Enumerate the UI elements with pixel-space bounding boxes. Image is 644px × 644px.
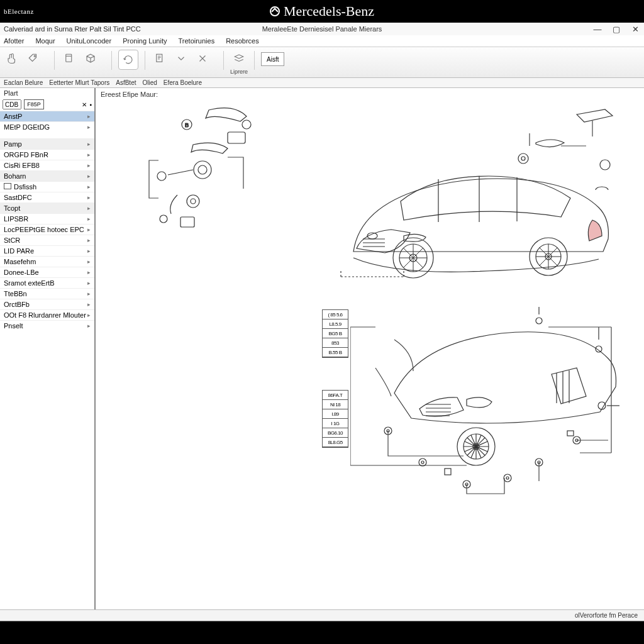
sidebar-item[interactable]: OrctBFb▸ — [0, 299, 94, 309]
tool-dropdown-icon[interactable] — [173, 50, 189, 67]
part-label-cell: 86FA.T — [323, 391, 348, 400]
sidebar-item[interactable]: CisRi EFB8▸ — [0, 160, 94, 170]
tool-hand-icon[interactable] — [4, 50, 20, 67]
titlebar: Calveriad ard in Surna Rter Palt Sil Tin… — [0, 23, 644, 35]
sidebar-search-go-icon[interactable]: ▪ — [89, 101, 92, 108]
sidebar-item[interactable]: SastDFC▸ — [0, 192, 94, 203]
sidebar-item[interactable]: Tcopt▸ — [0, 203, 94, 213]
part-label-cell: BG5 B — [323, 329, 348, 338]
chevron-right-icon: ▸ — [87, 226, 91, 233]
menu-item[interactable]: Proning Lunity — [123, 37, 167, 45]
tool-text-button[interactable]: Aisft — [261, 52, 284, 66]
brand-banner: bElectanz Mercedels-Benz — [0, 0, 644, 23]
sidebar-item[interactable]: AnstP▸ — [0, 111, 94, 121]
part-label-cell: I.89 — [323, 409, 348, 419]
svg-text:B: B — [185, 122, 189, 128]
sidebar-item-label: CisRi EFB8 — [4, 162, 40, 169]
sidebar-item[interactable]: ORGFD FBnR▸ — [0, 149, 94, 160]
sidebar-item[interactable]: Donee-LBe▸ — [0, 267, 94, 277]
sidebar-item-label: Pamp — [4, 140, 22, 148]
chevron-right-icon: ▸ — [87, 184, 91, 190]
window-minimize-button[interactable]: — — [592, 25, 602, 34]
tool-page-icon[interactable] — [152, 50, 168, 67]
part-label-cell: 853 — [323, 338, 348, 348]
tool-doc-icon[interactable] — [61, 50, 77, 67]
sidebar-item[interactable]: MEtP DGEtDG▸ — [0, 121, 94, 132]
svg-point-0 — [34, 55, 35, 57]
part-label-cell: 8L8.G5 — [323, 438, 348, 447]
menubar[interactable]: Afotter Moqur UnituLoncoder Proning Luni… — [0, 35, 644, 47]
diagram-title: Ereest Efipe Maur: — [101, 91, 158, 98]
chevron-right-icon: ▸ — [87, 113, 91, 119]
part-label-column-bottom: 86FA.TNl 18I.89I 1GBG6.108L8.G5 — [322, 390, 348, 448]
sidebar-item[interactable]: LID PARe▸ — [0, 245, 94, 256]
tool-layers[interactable]: Liprere — [230, 50, 248, 75]
schematic-small-parts: B — [133, 101, 253, 234]
sidebar-item-label: Dsfissh — [14, 183, 36, 191]
bottom-banner — [0, 621, 644, 644]
status-text: olVerorforte fm Perace — [575, 612, 638, 619]
window-maximize-button[interactable]: ▢ — [611, 25, 621, 34]
tool-refresh-icon[interactable] — [118, 50, 138, 70]
chevron-right-icon: ▸ — [87, 312, 91, 318]
menu-item[interactable]: Tretoirunies — [178, 37, 214, 45]
sidebar-item-label: Donee-LBe — [4, 269, 39, 276]
svg-point-31 — [421, 461, 424, 464]
menu-item[interactable]: Moqur — [35, 37, 55, 45]
sidebar-item-label: Pnselt — [4, 322, 23, 330]
sidebar-header: Plart — [0, 88, 94, 98]
sidebar-item[interactable]: StCR▸ — [0, 235, 94, 245]
sidebar-item[interactable]: LIPSBR▸ — [0, 213, 94, 224]
part-label-cell: L8.5.9 — [323, 319, 348, 329]
sidebar-item-label: StCR — [4, 236, 20, 244]
menu-item[interactable]: UnituLoncoder — [67, 37, 112, 45]
chevron-right-icon: ▸ — [87, 216, 91, 222]
svg-point-9 — [157, 172, 166, 180]
sidebar-item[interactable]: Pamp▸ — [0, 138, 94, 149]
banner-left-label: bElectanz — [4, 8, 34, 15]
sidebar-item[interactable]: Pnselt▸ — [0, 320, 94, 331]
toolbar-caption: Eaclan Belure — [4, 79, 43, 86]
statusbar: olVerorforte fm Perace — [0, 609, 644, 621]
sidebar-item-label: SastDFC — [4, 194, 32, 201]
window-close-button[interactable]: ✕ — [630, 25, 640, 34]
tool-delete-icon[interactable] — [194, 50, 211, 67]
sidebar-search-clear-icon[interactable]: ✕ — [82, 101, 87, 108]
diagram-canvas[interactable]: Ereest Efipe Maur: B — [96, 88, 644, 609]
tool-cube-icon[interactable] — [82, 50, 99, 67]
sidebar-item-label: Masefehm — [4, 258, 36, 265]
sidebar-item[interactable]: Dsfissh▸ — [0, 181, 94, 192]
sidebar-search-b[interactable]: F85P — [24, 99, 44, 109]
sidebar-item-label: OOt F8 Rlurdanrer Mlouter — [4, 311, 86, 319]
svg-point-8 — [198, 165, 207, 174]
menu-item[interactable]: Afotter — [4, 37, 24, 45]
brand-logo-icon — [268, 4, 282, 19]
toolbar-separator — [254, 51, 255, 70]
toolbar-separator — [223, 51, 224, 70]
tool-tag-icon[interactable] — [25, 50, 42, 67]
sidebar-item[interactable]: Boharn▸ — [0, 170, 94, 181]
toolbar-caption: AsfBtet — [116, 79, 136, 86]
brand-text: Mercedels-Benz — [284, 3, 374, 19]
sidebar-search-a[interactable] — [3, 99, 21, 109]
toolbar-separator — [111, 51, 112, 70]
sidebar-item-label: Boharn — [4, 172, 26, 180]
chevron-right-icon: ▸ — [87, 173, 91, 179]
sidebar-item[interactable]: LocPEEPtGE hotoec EPC▸ — [0, 224, 94, 235]
svg-point-30 — [419, 458, 426, 466]
chevron-right-icon: ▸ — [87, 237, 91, 243]
sidebar-item[interactable]: Masefehm▸ — [0, 256, 94, 267]
menu-item[interactable]: Resobrces — [226, 37, 259, 45]
schematic-car-main — [328, 145, 618, 297]
chevron-right-icon: ▸ — [87, 301, 91, 308]
chevron-right-icon: ▸ — [87, 194, 91, 201]
chevron-right-icon: ▸ — [87, 162, 91, 169]
sidebar-item-label: ORGFD FBnR — [4, 151, 48, 158]
chevron-right-icon: ▸ — [87, 291, 91, 297]
chevron-right-icon: ▸ — [87, 323, 91, 329]
sidebar-item[interactable]: TteBBn▸ — [0, 288, 94, 299]
svg-point-13 — [160, 215, 167, 223]
sidebar-item[interactable]: Sramot exteErtB▸ — [0, 277, 94, 288]
sidebar-item[interactable]: OOt F8 Rlurdanrer Mlouter▸ — [0, 309, 94, 320]
sidebar-item-label: MEtP DGEtDG — [4, 123, 50, 131]
